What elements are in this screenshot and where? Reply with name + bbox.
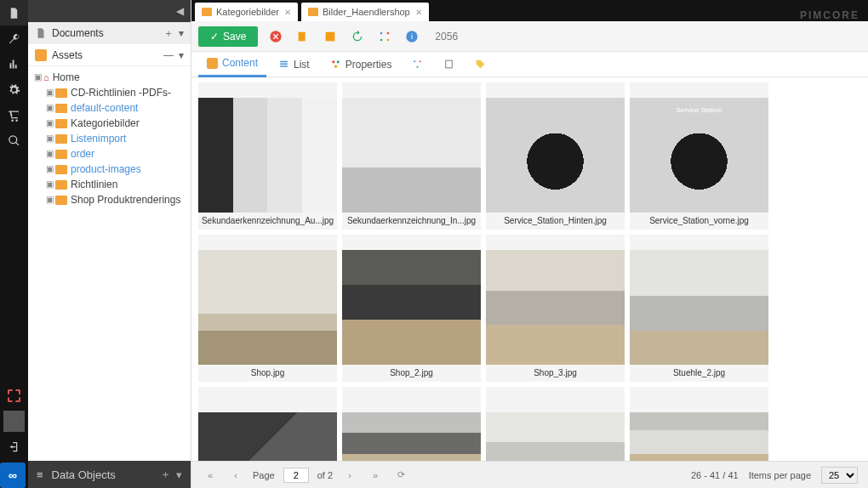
- last-page-icon[interactable]: »: [367, 470, 384, 480]
- first-page-icon[interactable]: «: [202, 470, 219, 480]
- asset-card[interactable]: Service_Station_vorne.jpg: [630, 82, 768, 230]
- logout-icon[interactable]: [0, 434, 28, 459]
- items-per-page-select[interactable]: 25: [821, 467, 858, 484]
- documents-collapse-icon[interactable]: ▾: [179, 27, 184, 39]
- assets-label: Assets: [52, 49, 83, 61]
- folder-icon: [55, 104, 67, 113]
- metadata-button[interactable]: [375, 27, 394, 46]
- tree-item[interactable]: ▣Shop Produktrenderings: [45, 192, 191, 207]
- infinity-icon[interactable]: ∞: [0, 462, 26, 488]
- items-per-page-label: Items per page: [749, 470, 811, 480]
- data-objects-collapse-icon[interactable]: ▾: [176, 468, 182, 481]
- rename-button[interactable]: [294, 27, 312, 46]
- asset-card[interactable]: Stuehle_2.jpg: [630, 235, 768, 382]
- delete-button[interactable]: [266, 27, 285, 46]
- thumbnail: [630, 412, 768, 461]
- refresh-icon[interactable]: ⟳: [392, 469, 409, 480]
- documents-panel-header[interactable]: Documents ＋ ▾: [28, 22, 191, 44]
- gear-icon[interactable]: [0, 77, 28, 102]
- home-icon: ⌂: [43, 70, 49, 85]
- thumbnail: [486, 412, 625, 461]
- nav-rail: ∞: [0, 0, 28, 488]
- burger-icon: ≡: [37, 468, 43, 481]
- subtab-list[interactable]: List: [270, 52, 318, 77]
- thumbnail: [486, 250, 625, 366]
- folder-icon: [207, 58, 218, 69]
- close-icon[interactable]: ✕: [284, 8, 291, 17]
- user-avatar[interactable]: [0, 408, 28, 434]
- save-button[interactable]: ✓Save: [198, 26, 258, 47]
- tree-item[interactable]: ▣Listenimport: [45, 131, 191, 146]
- assets-collapse-icon[interactable]: ▾: [179, 49, 184, 61]
- next-page-icon[interactable]: ›: [341, 470, 358, 480]
- asset-card[interactable]: Sekundaerkennzeichnung_Au...jpg: [198, 82, 337, 230]
- list-icon: [278, 59, 289, 70]
- data-objects-panel-header[interactable]: ≡ Data Objects ＋ ▾: [28, 461, 191, 488]
- tag-icon: [475, 59, 486, 70]
- asset-card[interactable]: Shop_3.jpg: [486, 235, 625, 382]
- tree-item[interactable]: ▣Kategoriebilder: [45, 116, 191, 131]
- search-icon[interactable]: [0, 128, 28, 153]
- subtab-content[interactable]: Content: [198, 52, 266, 77]
- add-data-object-icon[interactable]: ＋: [160, 467, 171, 482]
- tree-item[interactable]: ▣default-content: [45, 100, 191, 116]
- thumbnail: [630, 250, 768, 366]
- folder-icon: [55, 165, 67, 174]
- asset-card[interactable]: [198, 387, 337, 461]
- close-icon[interactable]: ✕: [415, 8, 422, 17]
- subtab-properties[interactable]: Properties: [322, 52, 401, 77]
- svg-point-10: [334, 65, 337, 68]
- collapse-handle[interactable]: ◀: [28, 0, 191, 22]
- thumbnail: [342, 250, 481, 366]
- asset-card[interactable]: [486, 387, 625, 461]
- info-button[interactable]: i: [403, 27, 421, 46]
- asset-id: 2056: [435, 31, 458, 43]
- folder-icon: [55, 150, 67, 159]
- download-button[interactable]: [321, 27, 340, 46]
- tree-item[interactable]: ▣CD-Richtlinien -PDFs-: [45, 85, 191, 100]
- asset-card[interactable]: [630, 387, 768, 461]
- page-label: Page: [253, 470, 275, 480]
- asset-card[interactable]: Shop_2.jpg: [342, 235, 481, 382]
- thumbnail: [198, 412, 337, 461]
- tree-item[interactable]: ▣order: [45, 146, 191, 162]
- folder-icon: [35, 49, 47, 61]
- folder-icon: [202, 8, 212, 16]
- svg-point-8: [332, 60, 334, 63]
- subtab-dependencies[interactable]: [403, 52, 431, 77]
- wrench-icon[interactable]: [0, 26, 28, 51]
- thumbnail: [198, 98, 337, 213]
- reload-button[interactable]: [348, 27, 367, 46]
- add-document-icon[interactable]: ＋: [163, 26, 174, 41]
- sub-tab-bar: Content List Properties: [191, 52, 868, 77]
- page-input[interactable]: [283, 468, 309, 483]
- asset-card[interactable]: Sekundaerkennzeichnung_In...jpg: [342, 82, 481, 230]
- tree-item[interactable]: ▣Richtlinien: [45, 177, 191, 192]
- thumbnail: [342, 412, 481, 461]
- subtab-tags[interactable]: [466, 52, 494, 77]
- tab-bilder-haendlershop[interactable]: Bilder_Haendlershop✕: [301, 3, 429, 21]
- svg-point-3: [387, 31, 390, 34]
- asset-card[interactable]: Shop.jpg: [198, 235, 337, 382]
- pager: « ‹ Page of 2 › » ⟳ 26 - 41 / 41 Items p…: [191, 461, 868, 488]
- assets-panel-header[interactable]: Assets — ▾: [28, 44, 191, 66]
- target-icon[interactable]: [0, 383, 28, 408]
- asset-card[interactable]: [342, 387, 481, 461]
- asset-card[interactable]: Service_Station_Hinten.jpg: [486, 82, 625, 230]
- prev-page-icon[interactable]: ‹: [227, 470, 244, 480]
- subtab-notes[interactable]: [435, 52, 463, 77]
- thumbnail: [630, 98, 768, 213]
- svg-rect-14: [446, 60, 453, 68]
- cart-icon[interactable]: [0, 102, 28, 128]
- tab-kategoriebilder[interactable]: Kategoriebilder✕: [195, 3, 298, 21]
- page-of: of 2: [317, 470, 333, 480]
- file-icon[interactable]: [0, 0, 28, 26]
- assets-minimize-icon[interactable]: —: [163, 49, 174, 61]
- svg-point-12: [420, 60, 421, 62]
- tree-item[interactable]: ▣product-images: [45, 162, 191, 177]
- check-icon: ✓: [210, 31, 219, 43]
- tree-root[interactable]: ▣⌂Home: [33, 70, 191, 85]
- chart-icon[interactable]: [0, 51, 28, 77]
- page-range: 26 - 41 / 41: [691, 470, 739, 480]
- svg-text:i: i: [411, 32, 413, 41]
